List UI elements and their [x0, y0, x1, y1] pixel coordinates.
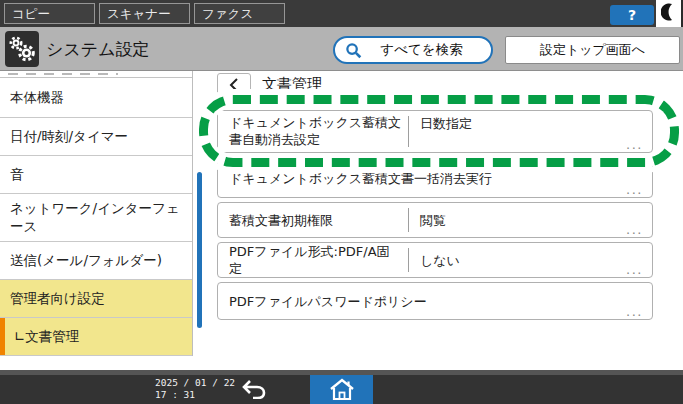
touch-panel-screen: コピー スキャナー ファクス ? システム設定	[0, 0, 683, 404]
search-all-label: すべてを検索	[362, 41, 481, 59]
more-indicator: ...	[626, 305, 643, 318]
search-all-button[interactable]: すべてを検索	[333, 36, 493, 64]
more-indicator: ...	[626, 263, 643, 276]
section-title: 文書管理	[262, 75, 322, 94]
more-indicator: ...	[626, 138, 643, 151]
setting-value: 閲覧	[409, 203, 452, 237]
list-scrollbar[interactable]	[197, 172, 202, 328]
back-button[interactable]	[217, 73, 251, 97]
settings-top-button[interactable]: 設定トップ画面へ	[505, 36, 680, 64]
setting-name: ドキュメントボックス蓄積文書自動消去設定	[218, 111, 408, 152]
tab-fax[interactable]: ファクス	[194, 3, 285, 24]
crescent-moon-icon	[661, 3, 677, 25]
sidebar-item-date-time-timer[interactable]: 日付/時刻/タイマー	[0, 118, 192, 156]
settings-sidebar: 本体機器 日付/時刻/タイマー 音 ネットワーク/インターフェース 送信(メール…	[0, 71, 193, 356]
sidebar-item-sound[interactable]: 音	[0, 156, 192, 194]
setting-row-auto-delete[interactable]: ドキュメントボックス蓄積文書自動消去設定 日数指定 ...	[217, 110, 653, 153]
setting-name: ドキュメントボックス蓄積文書一括消去実行	[218, 159, 638, 197]
gears-icon	[5, 31, 39, 67]
search-icon	[345, 42, 362, 59]
setting-value: しない	[409, 243, 466, 277]
setting-name: PDFファイルパスワードポリシー	[218, 283, 638, 319]
sidebar-clipped-item	[0, 71, 192, 78]
content-area: 本体機器 日付/時刻/タイマー 音 ネットワーク/インターフェース 送信(メール…	[0, 71, 683, 370]
setting-name: PDFファイル形式:PDF/A固定	[218, 243, 408, 277]
undo-arrow-icon	[241, 379, 267, 399]
tab-scanner[interactable]: スキャナー	[99, 3, 190, 24]
home-button[interactable]	[310, 375, 373, 404]
page-title: システム設定	[46, 27, 150, 71]
sidebar-item-machine[interactable]: 本体機器	[0, 78, 192, 118]
tab-copy[interactable]: コピー	[4, 3, 95, 24]
setting-name: 蓄積文書初期権限	[218, 203, 408, 237]
setting-row-default-privilege[interactable]: 蓄積文書初期権限 閲覧 ...	[217, 202, 653, 238]
date-time: 2025 / 01 / 22 17 : 31	[155, 377, 235, 401]
bottom-bar: 2025 / 01 / 22 17 : 31	[0, 370, 683, 404]
app-header: システム設定 すべてを検索 設定トップ画面へ	[0, 27, 683, 71]
setting-row-pdf-format[interactable]: PDFファイル形式:PDF/A固定 しない ...	[217, 242, 653, 278]
energy-saver-button[interactable]	[656, 0, 683, 28]
date-label: 2025 / 01 / 22	[155, 377, 235, 389]
back-nav-button[interactable]	[230, 377, 278, 401]
top-tab-bar: コピー スキャナー ファクス ?	[0, 0, 683, 27]
time-label: 17 : 31	[155, 389, 235, 401]
sidebar-item-document-management[interactable]: ∟文書管理	[0, 318, 192, 356]
sidebar-item-network-interface[interactable]: ネットワーク/インターフェース	[0, 194, 192, 242]
chevron-left-icon	[228, 77, 240, 93]
more-indicator: ...	[626, 183, 643, 196]
setting-row-delete-all[interactable]: ドキュメントボックス蓄積文書一括消去実行 ...	[217, 158, 653, 198]
home-icon	[329, 378, 355, 402]
setting-row-pdf-password-policy[interactable]: PDFファイルパスワードポリシー ...	[217, 282, 653, 320]
sidebar-item-admin-settings[interactable]: 管理者向け設定	[0, 280, 192, 318]
setting-value: 日数指定	[409, 111, 478, 152]
more-indicator: ...	[626, 223, 643, 236]
sidebar-item-send-mail-folder[interactable]: 送信(メール/フォルダー)	[0, 242, 192, 280]
help-button[interactable]: ?	[610, 5, 654, 25]
